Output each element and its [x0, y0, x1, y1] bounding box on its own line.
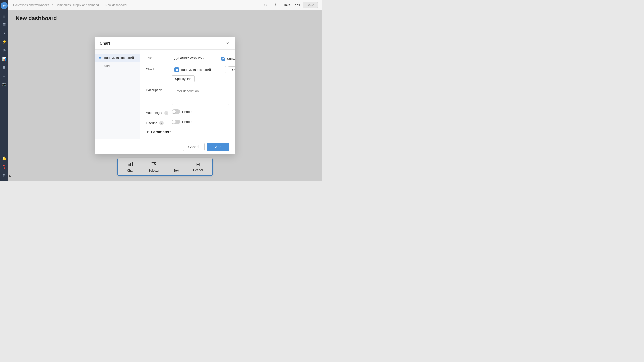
tabs-button[interactable]: Tabs: [293, 3, 300, 7]
chart-controls: Open Specify link: [172, 66, 235, 82]
breadcrumb-sep1: /: [52, 3, 53, 7]
auto-height-toggle-knob: [172, 110, 176, 113]
open-button[interactable]: Open: [228, 66, 235, 73]
info-icon-button[interactable]: ℹ: [272, 2, 279, 9]
links-button[interactable]: Links: [283, 3, 290, 7]
auto-height-toggle-row: Enable: [172, 109, 229, 114]
breadcrumb: Collections and workbooks / Companies: s…: [12, 3, 259, 7]
description-row: Description: [146, 87, 229, 105]
sidebar-icon-bell[interactable]: 🔔: [1, 155, 8, 162]
topbar-actions: ⚙ ℹ Links Tabs Save: [262, 2, 318, 9]
main-area: Collections and workbooks / Companies: s…: [8, 0, 322, 181]
filtering-toggle-row: Enable: [172, 120, 229, 124]
sidebar-icon-monitor[interactable]: 🖥: [1, 72, 8, 79]
modal-layout: ★ Динамика открытий ＋ Add Title: [95, 50, 235, 139]
app-logo[interactable]: ↩: [1, 2, 8, 9]
sidebar-icon-camera[interactable]: 📷: [1, 81, 8, 88]
modal-sidebar-add-label: Add: [104, 64, 110, 68]
modal-title: Chart: [100, 41, 110, 46]
topbar: Collections and workbooks / Companies: s…: [8, 0, 322, 10]
sidebar-icon-link[interactable]: ◎: [1, 47, 8, 54]
title-controls: Show: [172, 55, 235, 61]
parameters-label: Parameters: [151, 130, 172, 134]
content-area: New dashboard Chart × ★ Динамика открыти…: [8, 10, 322, 181]
auto-height-toggle-label: Enable: [182, 110, 192, 114]
modal-sidebar-item-dinamika[interactable]: ★ Динамика открытий: [95, 54, 140, 62]
modal-header: Chart ×: [95, 37, 235, 50]
description-label: Description: [146, 87, 169, 92]
sidebar-icon-help[interactable]: ❓: [1, 163, 8, 170]
chart-modal: Chart × ★ Динамика открытий ＋ Add: [95, 37, 235, 154]
chart-icon-small: [174, 67, 179, 72]
plus-icon: ＋: [99, 64, 102, 68]
show-label: Show: [227, 57, 235, 61]
filtering-help-icon[interactable]: ?: [159, 121, 164, 125]
save-button[interactable]: Save: [303, 2, 318, 8]
sidebar-icon-star[interactable]: ★: [1, 30, 8, 37]
sidebar-icon-grid[interactable]: ⊞: [1, 13, 8, 20]
modal-body: Title Show: [140, 50, 235, 139]
add-modal-button[interactable]: Add: [207, 143, 229, 151]
filtering-toggle[interactable]: [172, 120, 180, 124]
auto-height-label: Auto height ?: [146, 109, 169, 115]
breadcrumb-part1[interactable]: Collections and workbooks: [13, 3, 49, 7]
filtering-toggle-label: Enable: [182, 120, 192, 124]
sidebar-icon-table[interactable]: ⊞: [1, 64, 8, 71]
svg-rect-1: [176, 69, 177, 71]
breadcrumb-sep2: /: [102, 3, 102, 7]
chart-label: Chart: [146, 66, 169, 71]
auto-height-row: Auto height ? Enable: [146, 109, 229, 115]
breadcrumb-part3: New dashboard: [105, 3, 127, 7]
sidebar: ↩ ⊞ ☰ ★ ⚡ ◎ 📊 ⊞ 🖥 📷 🔔 ❓ ⚙: [0, 0, 8, 181]
description-controls: [172, 87, 229, 105]
specify-link-button[interactable]: Specify link: [172, 75, 195, 82]
cancel-button[interactable]: Cancel: [183, 143, 205, 151]
sidebar-icon-list[interactable]: ☰: [1, 21, 8, 28]
star-icon: ★: [99, 56, 102, 60]
filtering-row: Filtering ? Enable: [146, 120, 229, 125]
chart-row: Chart: [146, 66, 229, 82]
title-input-row: Show: [172, 55, 235, 61]
show-checkbox[interactable]: [221, 57, 225, 61]
modal-sidebar: ★ Динамика открытий ＋ Add: [95, 50, 140, 139]
filtering-toggle-knob: [172, 120, 176, 124]
filtering-label: Filtering ?: [146, 120, 169, 125]
title-label: Title: [146, 55, 169, 60]
sidebar-icon-chart[interactable]: 📊: [1, 55, 8, 62]
modal-sidebar-item-label: Динамика открытий: [104, 56, 134, 60]
chart-input-row: Open: [172, 66, 235, 73]
breadcrumb-part2[interactable]: Companies: supply and demand: [56, 3, 99, 7]
chart-input-with-icon: [172, 66, 226, 73]
modal-sidebar-add-button[interactable]: ＋ Add: [95, 62, 140, 70]
modal-footer: Cancel Add: [95, 139, 235, 154]
sidebar-icon-lightning[interactable]: ⚡: [1, 38, 8, 45]
auto-height-toggle[interactable]: [172, 109, 180, 114]
svg-rect-2: [177, 69, 178, 71]
auto-height-controls: Enable: [172, 109, 229, 114]
modal-overlay: Chart × ★ Динамика открытий ＋ Add: [8, 10, 322, 181]
filtering-controls: Enable: [172, 120, 229, 124]
sidebar-icon-settings[interactable]: ⚙: [1, 172, 8, 179]
auto-height-help-icon[interactable]: ?: [164, 111, 168, 115]
modal-close-button[interactable]: ×: [225, 41, 230, 46]
show-checkbox-area: Show: [221, 55, 235, 61]
parameters-chevron-icon: ▼: [146, 130, 149, 134]
description-textarea[interactable]: [172, 87, 229, 105]
title-row: Title Show: [146, 55, 229, 61]
title-input[interactable]: [172, 55, 219, 61]
settings-icon-button[interactable]: ⚙: [262, 2, 269, 9]
chart-input[interactable]: [181, 68, 223, 72]
parameters-section[interactable]: ▼ Parameters: [146, 130, 229, 134]
svg-rect-0: [176, 70, 176, 71]
